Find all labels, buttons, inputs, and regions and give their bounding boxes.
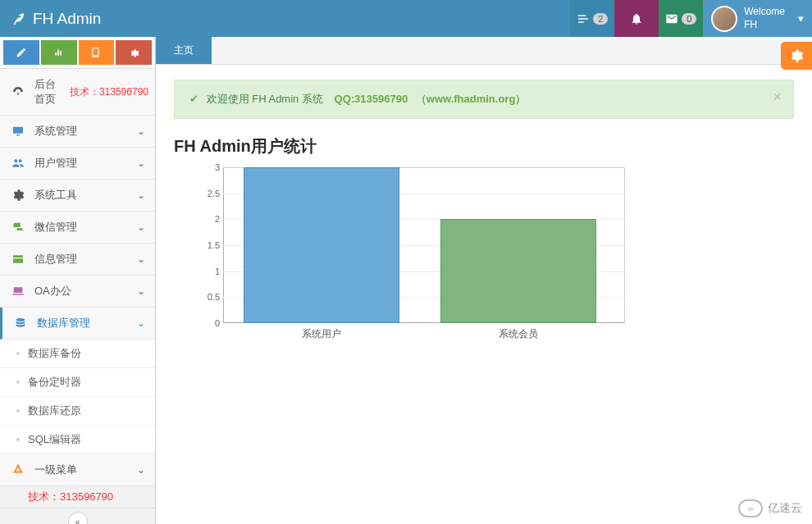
username: FH xyxy=(744,19,785,32)
shortcuts xyxy=(0,37,155,69)
database-icon xyxy=(12,317,29,330)
users-icon xyxy=(10,157,26,170)
alert-link[interactable]: （www.fhadmin.org） xyxy=(416,93,527,105)
sidebar-item-wechat[interactable]: 微信管理 ⌄ xyxy=(0,212,155,244)
chevron-down-icon: ⌄ xyxy=(137,157,145,169)
tech-inline: 技术：313596790 xyxy=(70,85,148,99)
cloud-icon: ∞ xyxy=(738,499,763,517)
sidebar-item-tools[interactable]: 系统工具 ⌄ xyxy=(0,180,155,212)
tasks-button[interactable]: 2 xyxy=(570,0,614,37)
sidebar: 后台首页 技术：313596790 系统管理 ⌄ 用户管理 ⌄ 系统工具 ⌄ 微… xyxy=(0,37,156,524)
close-icon[interactable]: × xyxy=(773,89,782,106)
submenu-restore[interactable]: 数据库还原 xyxy=(0,397,155,426)
chevron-down-icon: ⌄ xyxy=(137,285,145,297)
tabs: 主页 xyxy=(156,37,812,65)
chart-xtick: 系统会员 xyxy=(440,327,596,341)
alert-qq: QQ:313596790 xyxy=(335,93,408,105)
chart-xtick: 系统用户 xyxy=(244,327,399,341)
shortcut-book[interactable] xyxy=(79,40,115,65)
shortcut-settings[interactable] xyxy=(116,40,152,65)
user-stats-chart: 00.511.522.53系统用户系统会员 xyxy=(198,167,625,348)
chevron-down-icon: ⌄ xyxy=(137,317,145,329)
leaf-icon xyxy=(11,11,26,26)
sidebar-item-database[interactable]: 数据库管理 ⌄ xyxy=(0,308,155,339)
tasks-icon xyxy=(577,12,590,25)
user-text: Welcome FH xyxy=(744,6,785,31)
watermark-text: 亿速云 xyxy=(768,501,802,516)
caret-down-icon: ▾ xyxy=(798,12,804,25)
submenu-backup[interactable]: 数据库备份 xyxy=(0,339,155,368)
database-submenu: 数据库备份 备份定时器 数据库还原 SQL编辑器 xyxy=(0,339,155,454)
sidebar-item-system[interactable]: 系统管理 ⌄ xyxy=(0,116,155,148)
collapse-bar: « xyxy=(0,508,155,524)
dashboard-icon xyxy=(10,85,26,98)
welcome-label: Welcome xyxy=(744,6,785,19)
chevron-down-icon: ⌄ xyxy=(137,125,145,137)
collapse-button[interactable]: « xyxy=(68,512,88,524)
laptop-icon xyxy=(10,285,26,298)
avatar xyxy=(711,6,737,32)
level1-icon xyxy=(10,463,26,476)
chart-bar[interactable] xyxy=(440,219,596,323)
mail-button[interactable]: 0 xyxy=(659,0,703,37)
check-icon: ✔ xyxy=(189,93,198,105)
chevron-down-icon: ⌄ xyxy=(137,464,145,476)
sidebar-item-home[interactable]: 后台首页 技术：313596790 xyxy=(0,69,155,116)
settings-button[interactable] xyxy=(781,42,812,70)
tech-bottom: 技术：313596790 xyxy=(0,486,155,508)
tasks-badge: 2 xyxy=(593,13,608,25)
shortcut-edit[interactable] xyxy=(3,40,39,65)
alert-text: 欢迎使用 FH Admin 系统 xyxy=(207,93,323,105)
mail-badge: 0 xyxy=(682,13,696,25)
submenu-timer[interactable]: 备份定时器 xyxy=(0,368,155,397)
top-header: FH Admin 2 0 Welcome FH ▾ xyxy=(0,0,812,37)
desktop-icon xyxy=(10,125,26,138)
home-label: 后台首页 xyxy=(34,77,62,107)
user-menu[interactable]: Welcome FH ▾ xyxy=(703,0,812,37)
pencil-icon xyxy=(16,47,27,58)
sidebar-item-level1[interactable]: 一级菜单 ⌄ xyxy=(0,454,155,486)
brand-text: FH Admin xyxy=(33,10,101,28)
gear-icon xyxy=(789,48,804,63)
welcome-alert: ✔ 欢迎使用 FH Admin 系统 QQ:313596790 （www.fha… xyxy=(174,80,794,119)
chart-title: FH Admin用户统计 xyxy=(174,135,794,157)
chevron-down-icon: ⌄ xyxy=(137,253,145,265)
sidebar-item-users[interactable]: 用户管理 ⌄ xyxy=(0,148,155,180)
chart-bar[interactable] xyxy=(244,167,399,323)
cogs-icon xyxy=(128,47,139,58)
gear-icon xyxy=(10,189,26,202)
notifications-button[interactable] xyxy=(614,0,659,37)
chevron-down-icon: ⌄ xyxy=(137,189,145,201)
watermark: ∞ 亿速云 xyxy=(738,499,802,517)
bell-icon xyxy=(630,12,643,25)
sidebar-item-info[interactable]: 信息管理 ⌄ xyxy=(0,244,155,276)
tab-home[interactable]: 主页 xyxy=(156,37,212,64)
shortcut-stats[interactable] xyxy=(41,40,77,65)
card-icon xyxy=(10,253,26,266)
chevron-down-icon: ⌄ xyxy=(137,221,145,233)
book-icon xyxy=(90,47,102,58)
comments-icon xyxy=(10,221,26,234)
sidebar-item-oa[interactable]: OA办公 ⌄ xyxy=(0,276,155,308)
brand[interactable]: FH Admin xyxy=(0,10,112,28)
submenu-sqleditor[interactable]: SQL编辑器 xyxy=(0,426,155,454)
signal-icon xyxy=(53,47,65,58)
envelope-icon xyxy=(665,12,678,25)
main-content: 主页 ✔ 欢迎使用 FH Admin 系统 QQ:313596790 （www.… xyxy=(156,37,812,524)
